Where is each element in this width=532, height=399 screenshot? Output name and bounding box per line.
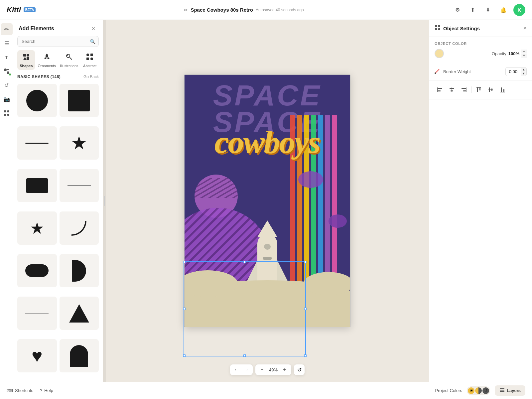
shape-circle-item[interactable] — [17, 84, 57, 117]
border-weight-stepper: ▲ ▼ — [521, 68, 526, 76]
shapes-icon — [22, 53, 30, 63]
opacity-increase-button[interactable]: ▲ — [521, 50, 527, 54]
project-title[interactable]: Space Cowboys 80s Retro — [191, 7, 253, 13]
align-right-button[interactable] — [459, 84, 469, 95]
sidebar-item-elements[interactable] — [1, 65, 13, 77]
settings-button[interactable]: ⚙ — [452, 5, 463, 15]
left-sidebar: ✏ ☰ T ↺ 📷 — [0, 20, 13, 382]
svg-rect-40 — [500, 391, 504, 392]
zoom-in-button[interactable]: + — [281, 366, 289, 374]
tab-abstract[interactable]: Abstract — [81, 50, 99, 70]
selection-handle-br[interactable] — [304, 354, 307, 357]
shape-halfcircle-item[interactable] — [60, 254, 99, 287]
autosave-status: Autosaved 40 seconds ago — [256, 8, 304, 12]
shape-line-item[interactable] — [17, 126, 57, 160]
border-value-box: 0.00 ▲ ▼ — [505, 67, 527, 76]
canvas-frame[interactable]: SPACE SPACE cowboys — [184, 74, 350, 327]
shapes-section-title: BASIC SHAPES (148) — [17, 74, 61, 79]
zoom-out-button[interactable]: − — [258, 366, 266, 374]
color-swatch[interactable] — [435, 49, 444, 58]
shape-curve-item[interactable] — [60, 211, 99, 245]
sidebar-item-undo[interactable]: ↺ — [1, 79, 13, 91]
tab-illustrations[interactable]: Illustrations — [59, 50, 80, 70]
planet-sm-top — [298, 171, 323, 188]
color-mode-toggle[interactable]: ☀ ☽ — [467, 386, 490, 395]
sidebar-item-layers[interactable]: ☰ — [1, 37, 13, 49]
download-button[interactable]: ⬇ — [483, 5, 493, 15]
tab-illustrations-label: Illustrations — [60, 64, 78, 68]
share-button[interactable]: ⬆ — [467, 5, 478, 15]
canvas-area[interactable]: SPACE SPACE cowboys — [106, 20, 429, 382]
shape-thinline-item[interactable] — [60, 169, 99, 202]
category-tabs: Shapes Ornaments Illustrations Abstract — [13, 50, 103, 70]
border-increase-button[interactable]: ▲ — [521, 68, 526, 72]
svg-rect-14 — [435, 25, 437, 27]
border-weight-row: Border Weight 0.00 ▲ ▼ — [429, 63, 532, 80]
border-weight-value: 0.00 — [506, 67, 521, 76]
nav-next-button[interactable]: → — [242, 366, 250, 374]
tab-ornaments[interactable]: Ornaments — [36, 50, 57, 70]
shape-pill-item[interactable] — [17, 254, 57, 287]
right-panel: Object Settings × OBJECT COLOR Opacity 1… — [429, 20, 532, 382]
notification-button[interactable]: 🔔 — [498, 5, 509, 15]
svg-rect-27 — [463, 90, 466, 91]
border-decrease-button[interactable]: ▼ — [521, 72, 526, 76]
opacity-decrease-button[interactable]: ▼ — [521, 54, 527, 58]
svg-rect-2 — [4, 110, 6, 112]
sidebar-item-photos[interactable]: 📷 — [1, 93, 13, 105]
align-center-h-button[interactable] — [447, 84, 457, 95]
close-object-settings-button[interactable]: × — [523, 25, 527, 32]
tab-shapes[interactable]: Shapes — [17, 50, 35, 70]
reset-zoom-button[interactable]: ↺ — [294, 364, 305, 375]
shortcuts-button[interactable]: ⌨ Shortcuts — [7, 388, 33, 393]
help-button[interactable]: ? Help — [40, 388, 53, 393]
shape-star5-item[interactable]: ★ — [60, 126, 99, 160]
svg-rect-17 — [438, 28, 440, 30]
shape-star4-item[interactable]: ★ — [17, 211, 57, 245]
svg-rect-15 — [438, 25, 440, 27]
align-top-button[interactable] — [473, 84, 484, 95]
canvas-wrapper: SPACE SPACE cowboys — [184, 74, 350, 327]
obj-settings-title-row: Object Settings — [435, 25, 480, 32]
search-input[interactable] — [17, 36, 99, 47]
shape-heart-item[interactable]: ♥ — [17, 339, 57, 372]
help-label: Help — [44, 388, 53, 393]
panel-close-button[interactable]: × — [89, 25, 97, 33]
selection-handle-bl[interactable] — [183, 354, 186, 357]
nav-prev-button[interactable]: ← — [233, 366, 241, 374]
tab-shapes-label: Shapes — [20, 64, 33, 68]
planet-right-sm — [329, 214, 347, 228]
layers-label: Layers — [507, 388, 521, 393]
color-mode-half — [475, 387, 482, 394]
panel-title: Add Elements — [19, 26, 54, 32]
shape-arch-item[interactable] — [60, 339, 99, 372]
avatar[interactable]: K — [513, 4, 525, 16]
selection-handle-bm[interactable] — [243, 354, 246, 357]
color-opacity-row: Opacity 100% ▲ ▼ — [435, 49, 527, 58]
sidebar-item-grid[interactable] — [1, 107, 13, 119]
shape-triangle-item[interactable] — [60, 297, 99, 330]
bottom-left: ⌨ Shortcuts ? Help — [7, 388, 53, 393]
shape-square-item[interactable] — [60, 84, 99, 117]
svg-rect-38 — [500, 388, 504, 389]
align-left-button[interactable] — [435, 84, 445, 95]
svg-rect-8 — [27, 57, 29, 60]
svg-rect-30 — [479, 87, 480, 90]
go-back-button[interactable]: Go Back — [83, 74, 99, 79]
align-bottom-button[interactable] — [497, 84, 508, 95]
layers-button[interactable]: Layers — [495, 385, 525, 396]
align-middle-button[interactable] — [485, 84, 496, 95]
panel-resize-handle[interactable] — [103, 20, 106, 382]
bottom-bar: ⌨ Shortcuts ? Help Project Colors ☀ ☽ La… — [0, 382, 532, 399]
shape-line2-item[interactable] — [17, 297, 57, 330]
svg-rect-6 — [23, 54, 26, 57]
color-mode-dark: ☽ — [482, 387, 489, 394]
sidebar-item-edit[interactable]: ✏ — [1, 23, 13, 35]
object-color-label: OBJECT COLOR — [435, 42, 527, 46]
sidebar-item-text[interactable]: T — [1, 51, 13, 63]
svg-point-19 — [435, 72, 436, 74]
shuttle-nose — [257, 220, 277, 237]
shape-rect-item[interactable] — [17, 169, 57, 202]
svg-rect-11 — [90, 54, 93, 56]
svg-rect-13 — [90, 58, 93, 60]
